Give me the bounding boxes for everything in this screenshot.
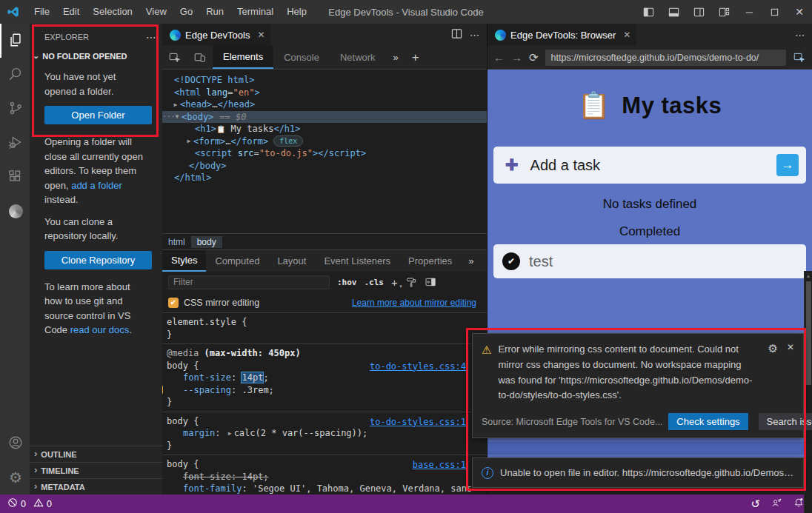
tree-row-html[interactable]: <html lang="en">: [162, 87, 487, 99]
rule-media-body[interactable]: @media (max-width: 450px) body {to-do-st…: [162, 344, 487, 412]
tab-styles[interactable]: Styles: [162, 250, 206, 272]
completed-task-row[interactable]: ✔ test: [493, 244, 806, 278]
bell-icon[interactable]: [793, 497, 805, 511]
menu-terminal[interactable]: Terminal: [230, 0, 280, 24]
scroll-up-icon[interactable]: ▲: [806, 273, 811, 278]
editor-more-icon[interactable]: ⋯: [795, 30, 805, 41]
inspect-icon[interactable]: [162, 46, 187, 69]
overridden-property[interactable]: font-size: 14pt;: [183, 472, 269, 482]
menu-edit[interactable]: Edit: [56, 0, 86, 24]
tree-row-body-close[interactable]: </body>: [162, 160, 487, 172]
mirror-checkbox[interactable]: ✔: [168, 298, 179, 308]
split-editor-icon[interactable]: [451, 28, 462, 41]
tree-row-html-close[interactable]: </html>: [162, 172, 487, 184]
tab-layout[interactable]: Layout: [268, 250, 315, 272]
task-check-icon[interactable]: ✔: [502, 252, 520, 270]
property-value[interactable]: calc(2 * var(--spacing));: [234, 428, 368, 438]
minimize-button[interactable]: [736, 0, 762, 24]
rule-element-style[interactable]: element.style { }: [162, 313, 487, 344]
explorer-more-icon[interactable]: ⋯: [146, 31, 156, 43]
flex-badge[interactable]: flex: [273, 135, 303, 147]
expand-icon[interactable]: ▶: [184, 138, 193, 144]
property-checkbox[interactable]: ✔: [162, 385, 163, 395]
property-name[interactable]: font-family: [183, 483, 242, 494]
tab-network[interactable]: Network: [330, 46, 386, 69]
breadcrumb-html[interactable]: html: [162, 236, 191, 248]
toggle-sidebar-panel-icon[interactable]: [425, 276, 436, 288]
tab-properties[interactable]: Properties: [399, 250, 461, 272]
problems-warnings[interactable]: 0: [33, 497, 52, 510]
selected-value[interactable]: 14pt: [242, 372, 263, 383]
toggle-hover-state[interactable]: :hov: [337, 278, 357, 287]
property-name[interactable]: margin: [183, 428, 215, 438]
open-folder-button[interactable]: Open Folder: [44, 106, 152, 124]
tab-event-listeners[interactable]: Event Listeners: [315, 250, 399, 272]
close-button[interactable]: ✕: [787, 0, 812, 24]
activity-run-debug[interactable]: [0, 126, 30, 160]
toggle-element-classes[interactable]: .cls: [365, 278, 385, 287]
menu-go[interactable]: Go: [173, 0, 199, 24]
editor-more-icon[interactable]: ⋯: [470, 30, 479, 41]
activity-settings[interactable]: ⚙: [0, 460, 30, 494]
section-timeline[interactable]: ›TIMELINE: [30, 462, 162, 478]
back-icon[interactable]: ←: [493, 51, 505, 64]
notification-close-icon[interactable]: ✕: [787, 342, 794, 403]
mirror-learn-more-link[interactable]: Learn more about mirror editing: [352, 298, 476, 308]
tree-row-doctype[interactable]: <!DOCTYPE html>: [162, 74, 487, 87]
tree-row-script[interactable]: <script src="to-do.js"></script>: [162, 147, 487, 160]
search-issues-button[interactable]: Search issues: [759, 413, 812, 430]
add-folder-link[interactable]: add a folder: [71, 180, 122, 191]
tab-computed[interactable]: Computed: [206, 250, 268, 272]
tab-console[interactable]: Console: [273, 46, 330, 69]
rule-body-margin[interactable]: body {to-do-styles.css:1 margin: ▶calc(2…: [162, 412, 487, 456]
section-outline[interactable]: ›OUTLINE: [30, 446, 162, 462]
toggle-panel-icon[interactable]: [661, 0, 686, 24]
tree-row-head[interactable]: ▶<head>…</head>: [162, 98, 487, 111]
tree-row-form[interactable]: ▶<form>…</form>flex: [162, 135, 487, 148]
tree-row-body-selected[interactable]: ···▼<body>== $0: [162, 111, 487, 124]
url-input[interactable]: [545, 50, 786, 66]
menu-view[interactable]: View: [139, 0, 173, 24]
activity-accounts[interactable]: [0, 426, 30, 460]
new-style-rule-icon[interactable]: +▾: [391, 276, 398, 289]
inspect-icon[interactable]: [793, 51, 806, 64]
customize-layout-icon[interactable]: [711, 0, 736, 24]
section-no-folder-opened[interactable]: ⌄ NO FOLDER OPENED: [30, 50, 162, 65]
property-name[interactable]: font-size: [183, 372, 231, 383]
add-task-input[interactable]: Add a task: [530, 157, 601, 174]
toggle-secondary-sidebar-icon[interactable]: [686, 0, 711, 24]
activity-explorer[interactable]: [0, 24, 30, 58]
menu-run[interactable]: Run: [199, 0, 230, 24]
clone-repository-button[interactable]: Clone Repository: [44, 251, 152, 269]
check-settings-button[interactable]: Check settings: [668, 413, 748, 430]
add-task-card[interactable]: ✚ Add a task →: [493, 147, 806, 184]
tab-edge-devtools[interactable]: Edge DevTools ✕: [162, 24, 272, 46]
expand-icon[interactable]: ▶: [171, 101, 180, 108]
activity-source-control[interactable]: [0, 92, 30, 126]
menu-file[interactable]: File: [27, 0, 56, 24]
activity-extensions[interactable]: [0, 160, 30, 194]
stylesheet-link[interactable]: base.css:1: [413, 460, 466, 470]
section-metadata[interactable]: ›METADATA: [30, 478, 162, 494]
scrollbar-thumb[interactable]: [806, 281, 811, 385]
activity-edge-devtools[interactable]: [0, 194, 30, 228]
property-name[interactable]: --spacing: [183, 385, 231, 395]
toggle-sidebar-icon[interactable]: [636, 0, 661, 24]
read-docs-link[interactable]: read our docs: [70, 324, 130, 335]
property-value[interactable]: .3rem;: [242, 385, 273, 395]
more-style-tabs-icon[interactable]: »: [462, 250, 479, 272]
close-tab-icon[interactable]: ✕: [623, 30, 630, 40]
tab-elements[interactable]: Elements: [213, 46, 273, 69]
forward-icon[interactable]: →: [511, 51, 522, 64]
submit-task-button[interactable]: →: [776, 154, 799, 176]
activity-search[interactable]: [0, 58, 30, 92]
stylesheet-link[interactable]: to-do-styles.css:4: [370, 361, 466, 372]
close-tab-icon[interactable]: ✕: [257, 30, 264, 40]
feedback-icon[interactable]: [771, 497, 782, 511]
menu-help[interactable]: Help: [280, 0, 313, 24]
tree-row-h1[interactable]: <h1>📋 My tasks</h1>: [162, 123, 487, 135]
add-panel-icon[interactable]: +: [406, 46, 425, 69]
device-emulation-icon[interactable]: [187, 46, 213, 69]
history-icon[interactable]: ↺: [751, 497, 760, 511]
styles-scrollbar[interactable]: ▲: [804, 271, 812, 513]
